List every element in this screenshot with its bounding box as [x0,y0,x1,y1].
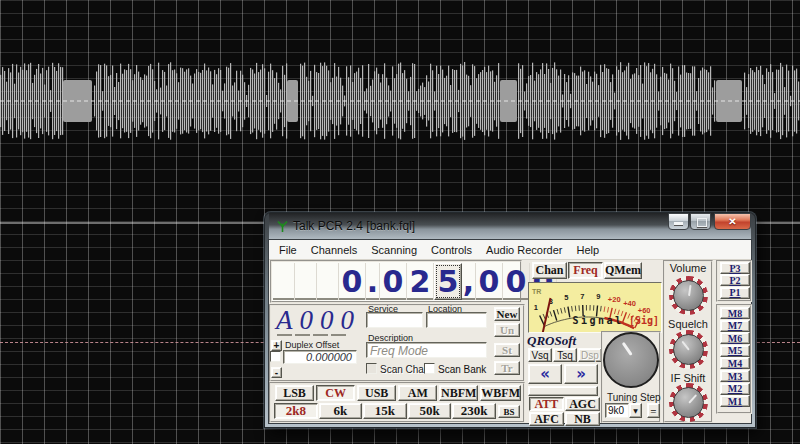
freq-digit-blank[interactable] [273,263,295,300]
mode-cw[interactable]: CW [316,385,355,401]
freq-digit[interactable]: 0 [380,263,407,300]
close-button[interactable]: ✕ [714,213,751,230]
tuning-knob[interactable] [603,332,659,388]
svg-text:Signal: Signal [572,315,623,326]
vsq-button[interactable]: Vsq [528,348,552,362]
memory-m2-button[interactable]: M2 [720,383,750,395]
mode-nbfm[interactable]: NBFM [439,385,478,401]
mode-lsb[interactable]: LSB [275,385,314,401]
svg-text:+60: +60 [638,306,651,315]
audio-editor-background: Talk PCR 2.4 [bank.fql] ✕ FileChannelsSc… [0,0,800,444]
freq-digit[interactable]: 0 [503,263,530,300]
memory-m3-button[interactable]: M3 [720,370,750,382]
menu-scanning[interactable]: Scanning [364,242,424,258]
mode-am[interactable]: AM [398,385,437,401]
att-toggle[interactable]: ATT [529,397,564,411]
filter-6k[interactable]: 6k [319,403,363,419]
titlebar[interactable]: Talk PCR 2.4 [bank.fql] ✕ [269,213,751,240]
freq-digit-blank[interactable] [295,263,317,300]
freq-digit[interactable]: 0 [476,263,503,300]
volume-knob-pointer [688,284,692,295]
tuning-step-value[interactable]: 9k0 [605,403,629,418]
description-input[interactable]: Freq Mode [366,342,487,358]
mode-usb[interactable]: USB [357,385,396,401]
menu-controls[interactable]: Controls [424,242,479,258]
freq-digit[interactable]: 0 [339,263,366,300]
location-input[interactable] [426,312,487,328]
tuning-knob-pointer [621,342,632,356]
freq-digit[interactable]: . [366,263,380,300]
tab-freq[interactable]: Freq [568,262,603,279]
signal-meter: 13579+20+40+60TRSignal[Sig] [528,282,662,333]
new-button[interactable]: New [494,307,520,321]
step-down-button[interactable]: « [528,364,562,384]
menu-file[interactable]: File [272,242,304,258]
scan-bank-checkbox[interactable] [424,363,435,374]
window-title: Talk PCR 2.4 [bank.fql] [293,219,415,233]
volume-knob[interactable] [669,276,708,315]
filter-50k[interactable]: 50k [408,403,452,419]
service-input[interactable] [366,312,423,328]
channel-digit-underline[interactable] [313,334,328,336]
freq-digit[interactable]: 5 [434,263,462,300]
menu-channels[interactable]: Channels [304,242,364,258]
minimize-button[interactable] [668,213,689,230]
memory-m8-button[interactable]: M8 [720,307,750,319]
afc-toggle[interactable]: AFC [529,412,564,426]
preset-p1-button[interactable]: P1 [720,287,750,299]
scan-bank-label: Scan Bank [438,364,486,375]
preset-p2-button[interactable]: P2 [720,274,750,286]
minimize-icon [674,222,683,225]
dsp-button: Dsp [578,348,602,362]
duplex-minus-button[interactable]: - [271,367,282,378]
memory-m5-button[interactable]: M5 [720,345,750,357]
tr-button: Tr [494,361,520,375]
maximize-icon [697,218,707,227]
memory-m1-button[interactable]: M1 [720,395,750,407]
volume-label: Volume [663,262,713,274]
freq-digit[interactable]: 2 [407,263,434,300]
tuning-step-dropdown-button[interactable]: ▼ [629,403,642,418]
client-area: FileChannelsScanningControlsAudio Record… [269,240,751,423]
spacer-button[interactable] [528,386,598,396]
duplex-plus-button[interactable]: + [271,340,282,351]
svg-text:1: 1 [534,303,538,312]
filter-230k[interactable]: 230k [452,403,496,419]
tuning-equals-button[interactable]: = [647,403,660,418]
freq-digit[interactable]: , [462,263,476,300]
memory-m7-button[interactable]: M7 [720,320,750,332]
if-shift-knob[interactable] [669,383,708,422]
filter-15k[interactable]: 15k [363,403,407,419]
if-shift-knob-pointer [688,394,697,404]
menu-bar: FileChannelsScanningControlsAudio Record… [269,240,751,260]
app-window: Talk PCR 2.4 [bank.fql] ✕ FileChannelsSc… [265,213,755,427]
tab-chan[interactable]: Chan [532,262,567,279]
chevron-down-icon: ▼ [633,407,638,414]
mode-wbfm[interactable]: WBFM [480,385,521,401]
menu-audio-recorder[interactable]: Audio Recorder [479,242,569,258]
scan-chan-checkbox[interactable] [366,363,377,374]
channel-digit-underline[interactable] [277,334,292,336]
tsq-button[interactable]: Tsq [553,348,577,362]
freq-digit-blank[interactable] [317,263,339,300]
memory-m4-button[interactable]: M4 [720,357,750,369]
preset-p3-button[interactable]: P3 [720,262,750,274]
frequency-display: 0.025,000 [270,260,522,303]
menu-help[interactable]: Help [570,242,607,258]
svg-text:+20: +20 [608,295,621,304]
agc-toggle[interactable]: AGC [565,397,600,411]
squelch-knob[interactable] [669,330,708,369]
duplex-checkbox[interactable] [270,351,281,362]
tab-qmem[interactable]: QMem [604,262,642,279]
nb-toggle[interactable]: NB [565,412,600,426]
filter-2k8[interactable]: 2k8 [274,403,318,419]
waveform [0,58,800,146]
memory-m6-button[interactable]: M6 [720,332,750,344]
double-chevron-left-icon: « [540,365,550,383]
channel-digit-underline[interactable] [331,334,346,336]
channel-digit-underline[interactable] [295,334,310,336]
maximize-button[interactable] [690,213,711,230]
duplex-offset-value[interactable]: 0.000000 [283,350,357,364]
step-up-button[interactable]: » [564,364,598,384]
bs-button[interactable]: BS [498,405,520,418]
